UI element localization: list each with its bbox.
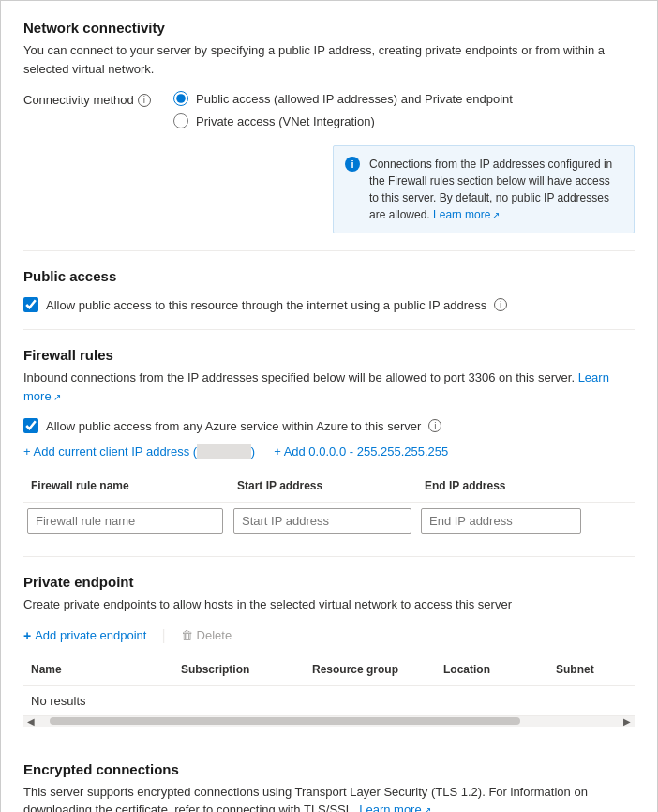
firewall-col-name: Firewall rule name xyxy=(23,475,230,496)
endpoint-col-subscription: Subscription xyxy=(173,659,305,680)
public-access-info-icon[interactable]: i xyxy=(494,298,507,311)
radio-private-label: Private access (VNet Integration) xyxy=(196,114,375,128)
scroll-left-arrow[interactable]: ◀ xyxy=(27,716,35,727)
azure-service-info-icon[interactable]: i xyxy=(428,419,441,432)
firewall-col-end-ip: End IP address xyxy=(417,475,586,496)
private-endpoint-title: Private endpoint xyxy=(23,574,635,590)
divider-3 xyxy=(23,556,635,557)
firewall-rules-description: Inbound connections from the IP addresse… xyxy=(23,368,635,405)
azure-service-checkbox[interactable] xyxy=(23,418,38,433)
info-box-learn-more-link[interactable]: Learn more↗ xyxy=(433,208,500,221)
public-access-checkbox[interactable] xyxy=(23,297,38,312)
network-connectivity-description: You can connect to your server by specif… xyxy=(23,41,635,78)
delete-button[interactable]: 🗑 Delete xyxy=(181,628,232,642)
connectivity-method-row: Connectivity method i Public access (all… xyxy=(23,91,635,233)
encrypted-connections-section: Encrypted connections This server suppor… xyxy=(23,761,635,813)
endpoint-no-results: No results xyxy=(23,686,635,715)
radio-public-input[interactable] xyxy=(173,91,188,106)
private-endpoint-actions: + Add private endpoint | 🗑 Delete xyxy=(23,627,635,644)
firewall-rule-name-input[interactable] xyxy=(27,508,223,534)
public-access-section: Public access Allow public access to thi… xyxy=(23,268,635,312)
firewall-quick-links: + Add current client IP address ( ) + Ad… xyxy=(23,444,635,459)
delete-label: Delete xyxy=(197,628,232,642)
divider-2 xyxy=(23,329,635,330)
endpoint-table-header: Name Subscription Resource group Locatio… xyxy=(23,654,635,686)
firewall-table-header: Firewall rule name Start IP address End … xyxy=(23,470,635,503)
add-icon: + xyxy=(23,628,31,643)
add-range-link[interactable]: + Add 0.0.0.0 - 255.255.255.255 xyxy=(274,444,448,459)
private-endpoint-section: Private endpoint Create private endpoint… xyxy=(23,574,635,727)
public-access-title: Public access xyxy=(23,268,635,284)
radio-private-access[interactable]: Private access (VNet Integration) xyxy=(173,113,635,128)
delete-icon: 🗑 xyxy=(181,628,193,642)
endpoint-col-subnet: Subnet xyxy=(548,659,642,680)
encrypted-connections-description: This server supports encrypted connectio… xyxy=(23,783,635,813)
encrypted-connections-title: Encrypted connections xyxy=(23,761,635,777)
azure-service-checkbox-row[interactable]: Allow public access from any Azure servi… xyxy=(23,418,635,433)
public-access-label: Allow public access to this resource thr… xyxy=(46,298,486,312)
endpoint-col-resource-group: Resource group xyxy=(305,659,436,680)
connectivity-radio-group: Public access (allowed IP addresses) and… xyxy=(173,91,635,233)
connectivity-method-info-icon[interactable]: i xyxy=(138,94,151,107)
network-connectivity-section: Network connectivity You can connect to … xyxy=(23,20,635,233)
divider-4 xyxy=(23,744,635,744)
private-endpoint-description: Create private endpoints to allow hosts … xyxy=(23,595,635,614)
encrypted-external-icon: ↗ xyxy=(424,804,431,812)
endpoint-col-name: Name xyxy=(23,659,173,680)
firewall-end-ip-input[interactable] xyxy=(421,508,581,534)
firewall-rules-title: Firewall rules xyxy=(23,347,635,363)
scroll-right-arrow[interactable]: ▶ xyxy=(623,716,631,727)
add-client-ip-link[interactable]: + Add current client IP address ( ) xyxy=(23,444,255,459)
add-endpoint-label: Add private endpoint xyxy=(35,628,146,642)
horizontal-scrollbar[interactable]: ◀ ▶ xyxy=(23,715,635,727)
info-box-text: Connections from the IP addresses config… xyxy=(369,156,622,223)
radio-public-label: Public access (allowed IP addresses) and… xyxy=(196,92,513,106)
firewall-external-icon: ↗ xyxy=(53,390,61,404)
public-access-checkbox-row[interactable]: Allow public access to this resource thr… xyxy=(23,297,635,312)
scrollbar-thumb[interactable] xyxy=(50,717,520,725)
firewall-rules-section: Firewall rules Inbound connections from … xyxy=(23,347,635,539)
radio-private-input[interactable] xyxy=(173,113,188,128)
endpoint-col-location: Location xyxy=(436,659,548,680)
radio-public-access[interactable]: Public access (allowed IP addresses) and… xyxy=(173,91,635,106)
encrypted-learn-more-link[interactable]: Learn more↗ xyxy=(359,803,430,812)
azure-service-label: Allow public access from any Azure servi… xyxy=(46,419,421,433)
external-link-icon: ↗ xyxy=(492,208,500,222)
divider-1 xyxy=(23,250,635,251)
firewall-start-ip-input[interactable] xyxy=(233,508,411,534)
firewall-col-start-ip: Start IP address xyxy=(230,475,417,496)
info-box-icon: i xyxy=(345,157,360,172)
connectivity-method-label: Connectivity method i xyxy=(23,91,173,107)
network-connectivity-title: Network connectivity xyxy=(23,20,635,36)
scrollbar-track xyxy=(35,717,623,725)
firewall-table-row xyxy=(23,503,635,539)
connectivity-info-box: i Connections from the IP addresses conf… xyxy=(333,145,635,233)
add-private-endpoint-button[interactable]: + Add private endpoint xyxy=(23,628,146,643)
